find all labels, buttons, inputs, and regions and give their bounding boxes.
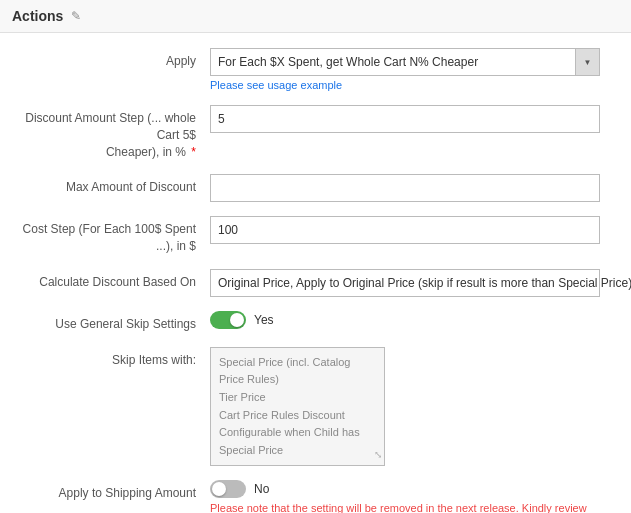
- calculate-based-label: Calculate Discount Based On: [10, 269, 210, 291]
- skip-items-label: Skip Items with:: [10, 347, 210, 369]
- max-discount-row: Max Amount of Discount: [10, 174, 621, 202]
- use-general-skip-label: Use General Skip Settings: [10, 311, 210, 333]
- cost-step-field: [210, 216, 621, 244]
- apply-shipping-note: Please note that the setting will be rem…: [210, 501, 600, 513]
- skip-items-row: Skip Items with: Special Price (incl. Ca…: [10, 347, 621, 467]
- actions-form: Apply For Each $X Spent, get Whole Cart …: [0, 33, 631, 513]
- use-general-skip-toggle-row: Yes: [210, 311, 621, 329]
- use-general-skip-row: Use General Skip Settings Yes: [10, 311, 621, 333]
- max-discount-field: [210, 174, 621, 202]
- apply-select-wrapper[interactable]: For Each $X Spent, get Whole Cart N% Che…: [210, 48, 600, 76]
- apply-shipping-row: Apply to Shipping Amount No Please note …: [10, 480, 621, 513]
- page-header: Actions ✎: [0, 0, 631, 33]
- skip-item-3: Cart Price Rules Discount: [219, 407, 376, 425]
- max-discount-input[interactable]: [210, 174, 600, 202]
- apply-shipping-value: No: [254, 482, 269, 496]
- discount-step-label: Discount Amount Step (... whole Cart 5$C…: [10, 105, 210, 160]
- max-discount-label: Max Amount of Discount: [10, 174, 210, 196]
- calculate-based-select[interactable]: Original Price, Apply to Original Price …: [211, 270, 631, 296]
- calculate-based-field: Original Price, Apply to Original Price …: [210, 269, 621, 297]
- edit-icon[interactable]: ✎: [71, 9, 81, 23]
- cost-step-row: Cost Step (For Each 100$ Spent ...), in …: [10, 216, 621, 255]
- apply-select[interactable]: For Each $X Spent, get Whole Cart N% Che…: [211, 49, 575, 75]
- use-general-skip-value: Yes: [254, 313, 274, 327]
- apply-usage-link[interactable]: Please see usage example: [210, 79, 621, 91]
- apply-label: Apply: [10, 48, 210, 70]
- apply-field: For Each $X Spent, get Whole Cart N% Che…: [210, 48, 621, 91]
- apply-shipping-field: No Please note that the setting will be …: [210, 480, 621, 513]
- apply-select-btn[interactable]: [575, 49, 599, 75]
- use-general-skip-thumb: [230, 313, 244, 327]
- use-general-skip-field: Yes: [210, 311, 621, 329]
- calculate-based-select-wrapper[interactable]: Original Price, Apply to Original Price …: [210, 269, 600, 297]
- apply-shipping-label: Apply to Shipping Amount: [10, 480, 210, 502]
- skip-item-2: Tier Price: [219, 389, 376, 407]
- use-general-skip-toggle[interactable]: [210, 311, 246, 329]
- skip-items-field: Special Price (incl. Catalog Price Rules…: [210, 347, 621, 467]
- skip-item-4: Configurable when Child has Special Pric…: [219, 424, 376, 459]
- calculate-based-row: Calculate Discount Based On Original Pri…: [10, 269, 621, 297]
- skip-item-1: Special Price (incl. Catalog Price Rules…: [219, 354, 376, 389]
- discount-step-required: *: [191, 145, 196, 159]
- skip-items-textarea[interactable]: Special Price (incl. Catalog Price Rules…: [210, 347, 385, 467]
- cost-step-label: Cost Step (For Each 100$ Spent ...), in …: [10, 216, 210, 255]
- discount-step-row: Discount Amount Step (... whole Cart 5$C…: [10, 105, 621, 160]
- apply-row: Apply For Each $X Spent, get Whole Cart …: [10, 48, 621, 91]
- discount-step-input[interactable]: [210, 105, 600, 133]
- apply-shipping-toggle-row: No: [210, 480, 621, 498]
- apply-shipping-toggle[interactable]: [210, 480, 246, 498]
- page-title: Actions: [12, 8, 63, 24]
- discount-step-field: [210, 105, 621, 133]
- cost-step-input[interactable]: [210, 216, 600, 244]
- resize-handle[interactable]: ⤡: [374, 447, 382, 463]
